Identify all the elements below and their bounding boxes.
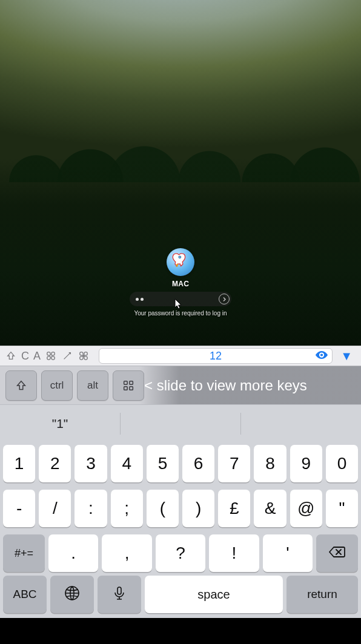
key-8[interactable]: 8 [254, 445, 286, 482]
svg-rect-7 [118, 587, 121, 594]
key-6[interactable]: 6 [182, 445, 214, 482]
key-semicolon[interactable]: ; [111, 490, 143, 527]
svg-rect-5 [130, 386, 133, 390]
submit-arrow-button[interactable] [219, 294, 230, 304]
key-2[interactable]: 2 [39, 445, 71, 482]
mod-cmd-key[interactable] [113, 370, 144, 401]
key-quote[interactable]: " [326, 490, 358, 527]
password-mask [136, 298, 144, 301]
backspace-icon [328, 544, 346, 563]
key-paren-open[interactable]: ( [147, 490, 179, 527]
key-row-2: - / : ; ( ) £ & @ " [3, 490, 358, 527]
key-space[interactable]: space [145, 576, 283, 613]
modifier-keys-row: ctrl alt < slide to view more keys [0, 366, 361, 404]
svg-point-1 [320, 353, 323, 356]
key-9[interactable]: 9 [290, 445, 322, 482]
user-avatar[interactable] [167, 248, 194, 276]
key-return[interactable]: return [286, 576, 358, 613]
key-symbol-switch[interactable]: #+= [3, 534, 45, 572]
remote-screen[interactable]: MAC Your password is required to log in [0, 0, 361, 346]
vnc-toolbar: C A 12 ▼ [0, 346, 361, 366]
key-dash[interactable]: - [3, 490, 35, 527]
svg-rect-3 [130, 381, 133, 384]
input-preview-value: 12 [210, 350, 222, 363]
alt-key-a[interactable]: A [33, 350, 41, 361]
key-backspace[interactable] [316, 534, 358, 572]
key-7[interactable]: 7 [218, 445, 250, 482]
mod-shift-key[interactable] [5, 370, 37, 401]
svg-point-0 [179, 256, 181, 258]
key-5[interactable]: 5 [147, 445, 179, 482]
shortcuts-icon[interactable] [78, 350, 90, 362]
key-comma[interactable]: , [102, 534, 151, 572]
key-row-1: 1 2 3 4 5 6 7 8 9 0 [3, 445, 358, 482]
key-apostrophe[interactable]: ' [263, 534, 313, 572]
microphone-icon [111, 585, 127, 604]
key-globe[interactable] [50, 576, 94, 613]
key-slash[interactable]: / [39, 490, 71, 527]
predictive-empty-2[interactable] [241, 405, 361, 442]
key-period[interactable]: . [48, 534, 98, 572]
svg-rect-4 [124, 386, 128, 390]
key-0[interactable]: 0 [326, 445, 358, 482]
key-3[interactable]: 3 [75, 445, 107, 482]
globe-icon [64, 585, 80, 604]
ctrl-key-c[interactable]: C [21, 350, 29, 361]
predictive-empty-1[interactable] [121, 405, 240, 442]
input-preview-field[interactable]: 12 [99, 348, 333, 364]
ios-keyboard: "1" 1 2 3 4 5 6 7 8 9 0 - / : ; ( ) £ & … [0, 404, 361, 618]
key-question[interactable]: ? [156, 534, 205, 572]
escape-icon[interactable] [61, 350, 73, 362]
key-dictation[interactable] [98, 576, 141, 613]
rocket-icon [172, 252, 189, 272]
slide-keys-hint: < slide to view more keys [139, 366, 361, 404]
login-panel: MAC Your password is required to log in [120, 248, 241, 318]
predictive-suggestion[interactable]: "1" [0, 405, 120, 442]
key-abc[interactable]: ABC [3, 576, 47, 613]
key-exclaim[interactable]: ! [209, 534, 259, 572]
key-ampersand[interactable]: & [254, 490, 286, 527]
password-input[interactable] [130, 292, 231, 306]
key-pound[interactable]: £ [218, 490, 250, 527]
mod-ctrl-key[interactable]: ctrl [41, 370, 73, 401]
predictive-bar: "1" [0, 405, 361, 442]
shift-icon[interactable] [5, 350, 17, 362]
mod-alt-key[interactable]: alt [77, 370, 108, 401]
cmd-icon[interactable] [45, 350, 57, 362]
key-1[interactable]: 1 [3, 445, 35, 482]
key-at[interactable]: @ [290, 490, 322, 527]
key-paren-close[interactable]: ) [182, 490, 214, 527]
key-4[interactable]: 4 [111, 445, 143, 482]
password-hint: Your password is required to log in [134, 310, 227, 318]
eye-icon[interactable] [315, 350, 328, 363]
key-row-3: #+= . , ? ! ' [3, 534, 358, 572]
username-label: MAC [172, 280, 189, 288]
toolbar-more-triangle-icon[interactable]: ▼ [340, 349, 353, 363]
key-row-bottom: ABC space return [0, 576, 361, 618]
svg-rect-2 [124, 381, 128, 384]
key-colon[interactable]: : [75, 490, 107, 527]
